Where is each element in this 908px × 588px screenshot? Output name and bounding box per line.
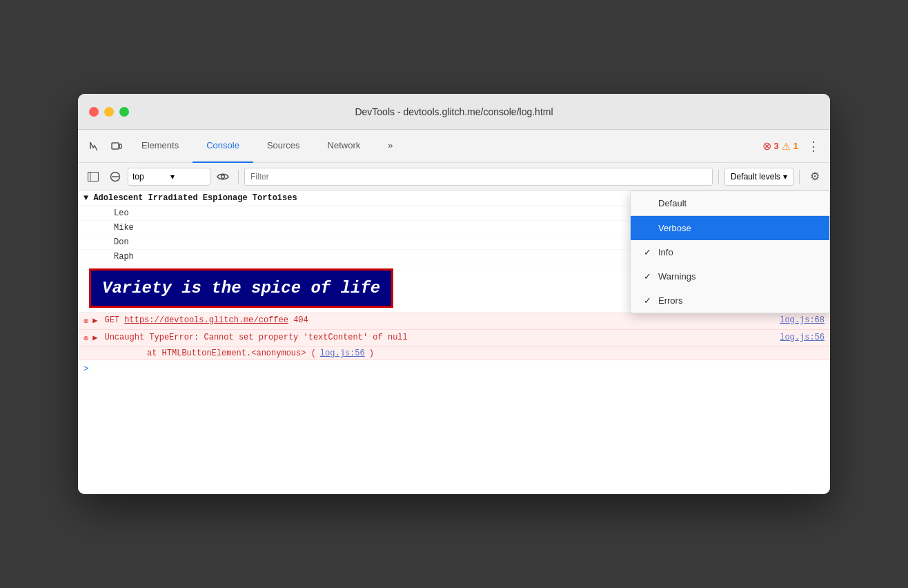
toolbar-divider2 [718,170,719,184]
svg-rect-0 [112,143,119,149]
error-row-1: ⊗ ▶ GET https://devtools.glitch.me/coffe… [78,313,830,330]
tab-elements[interactable]: Elements [128,130,193,163]
tab-more[interactable]: » [374,130,406,163]
error-sublink-2[interactable]: log.js:56 [320,349,365,358]
devtools-menu-button[interactable]: ⋮ [802,135,825,157]
svg-rect-1 [119,144,121,148]
svg-rect-3 [90,172,91,181]
levels-dropdown: Default Verbose ✓ Info ✓ Warnings ✓ Erro… [630,190,830,313]
console-content: ▼ Adolescent Irradiated Espionage Tortoi… [78,190,830,494]
filter-input[interactable] [244,168,713,186]
tab-network[interactable]: Network [314,130,375,163]
svg-rect-2 [88,172,99,181]
maximize-button[interactable] [119,107,129,117]
dropdown-item-warnings[interactable]: ✓ Warnings [631,264,829,288]
settings-icon[interactable]: ⚙ [805,167,825,186]
window-title: DevTools - devtools.glitch.me/console/lo… [355,106,553,117]
dropdown-item-default[interactable]: Default [631,191,829,215]
clear-console-icon[interactable] [106,167,125,186]
devtools-window: DevTools - devtools.glitch.me/console/lo… [78,94,830,494]
minimize-button[interactable] [104,107,114,117]
context-selector[interactable]: top ▾ [128,168,210,186]
toolbar-divider [238,170,239,184]
dropdown-item-errors[interactable]: ✓ Errors [631,288,829,313]
svg-point-6 [221,175,225,178]
levels-dropdown-button[interactable]: Default levels ▾ [724,168,793,186]
error-link-1[interactable]: log.js:68 [780,315,825,325]
error-badge: ⊗ 3 ⚠ 1 [758,139,802,153]
error-icon-1: ⊗ [83,316,88,326]
error-link-2[interactable]: log.js:56 [780,333,825,342]
traffic-lights [89,107,129,117]
device-icon[interactable] [106,135,128,157]
main-toolbar: Elements Console Sources Network » ⊗ 3 ⚠… [78,130,830,163]
error-expand-2[interactable]: ▶ [92,333,97,343]
console-prompt[interactable]: > [78,360,830,378]
sidebar-toggle-icon[interactable] [83,167,103,186]
dropdown-item-info[interactable]: ✓ Info [631,240,829,264]
tab-console[interactable]: Console [193,130,253,163]
error-subtext-2: at HTMLButtonElement.<anonymous> (log.js… [78,347,830,360]
tab-sources[interactable]: Sources [253,130,314,163]
titlebar: DevTools - devtools.glitch.me/console/lo… [78,94,830,130]
toolbar-divider3 [799,170,800,184]
error-expand-1[interactable]: ▶ [92,315,97,326]
eye-icon[interactable] [213,167,233,186]
inspect-icon[interactable] [83,135,106,157]
dropdown-item-verbose[interactable]: Verbose [631,216,829,240]
secondary-toolbar: top ▾ Default levels ▾ ⚙ [78,163,830,190]
variety-banner: Variety is the spice of life [89,268,393,308]
close-button[interactable] [89,107,99,117]
error-icon-2: ⊗ [83,333,88,344]
error-row-2: ⊗ ▶ Uncaught TypeError: Cannot set prope… [78,330,830,347]
